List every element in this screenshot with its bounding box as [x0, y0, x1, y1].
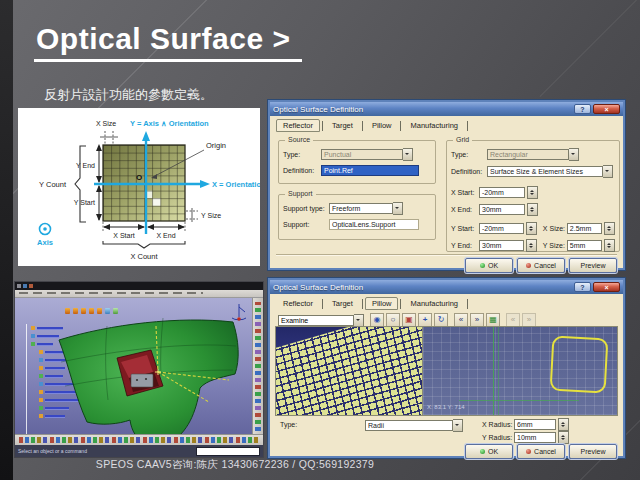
- x-radius-field[interactable]: 6mm: [514, 419, 556, 430]
- car-panel-model[interactable]: [47, 314, 253, 435]
- dropdown-arrow-icon[interactable]: [403, 148, 413, 161]
- grid-display-icon[interactable]: ▦: [486, 313, 500, 327]
- spinner-icon[interactable]: [604, 239, 615, 252]
- dialog-title: Optical Surface Definition: [273, 105, 574, 114]
- preview-label: Preview: [581, 448, 606, 455]
- source-legend: Source: [285, 136, 313, 143]
- help-icon[interactable]: ?: [574, 104, 591, 114]
- y-radius-label: Y Radius:: [482, 434, 514, 441]
- catia-titlebar[interactable]: [15, 282, 263, 290]
- view-toolbar: Examine ◉ ○ ▣ + ↻ « » ▦ « »: [278, 313, 623, 327]
- compass-icon[interactable]: ◉: [370, 313, 384, 327]
- dropdown-arrow-icon[interactable]: [453, 419, 463, 432]
- grid-definition-label: Definition:: [451, 168, 487, 175]
- tab-manufacturing[interactable]: Manufacturing: [403, 119, 465, 132]
- tab-manufacturing[interactable]: Manufacturing: [403, 297, 465, 310]
- dropdown-arrow-icon[interactable]: [569, 148, 579, 161]
- ok-label: OK: [488, 262, 498, 269]
- x-radius-label: X Radius:: [482, 421, 514, 428]
- grid-definition-select[interactable]: Surface Size & Element Sizes: [487, 166, 603, 177]
- source-definition-field[interactable]: Point.Ref: [321, 165, 419, 176]
- axis-icon: [40, 224, 51, 235]
- y-start-field[interactable]: -20mm: [479, 223, 524, 234]
- tab-reflector[interactable]: Reflector: [276, 297, 320, 310]
- y-radius-field[interactable]: 10mm: [514, 432, 556, 443]
- dropdown-arrow-icon[interactable]: [603, 165, 613, 178]
- x-start-field[interactable]: -20mm: [479, 187, 525, 198]
- y-size-field[interactable]: 5mm: [567, 240, 602, 251]
- tab-target[interactable]: Target: [325, 119, 360, 132]
- tree-item-icon: [39, 406, 43, 410]
- axis-line: [459, 400, 579, 401]
- label-origin: Origin: [206, 141, 226, 150]
- help-icon[interactable]: ?: [574, 282, 591, 292]
- x-end-field[interactable]: 30mm: [479, 204, 525, 215]
- spinner-icon[interactable]: [527, 186, 538, 199]
- y-start-arrow: [96, 185, 102, 221]
- view-mode-select[interactable]: Examine: [278, 315, 354, 326]
- close-icon[interactable]: ×: [593, 282, 620, 292]
- tree-item-icon: [39, 382, 43, 386]
- command-input[interactable]: [196, 447, 260, 456]
- spinner-icon[interactable]: [558, 431, 569, 444]
- catia-menubar[interactable]: [15, 290, 263, 298]
- source-type-select[interactable]: Punctual: [321, 149, 403, 160]
- tab-target[interactable]: Target: [325, 297, 360, 310]
- y-end-field[interactable]: 30mm: [479, 240, 524, 251]
- dropdown-arrow-icon[interactable]: [354, 314, 364, 327]
- preview-label: Preview: [581, 262, 606, 269]
- previous-view-icon[interactable]: «: [454, 313, 468, 327]
- preview-viewport[interactable]: X: 83.1 Y: 714: [275, 326, 618, 416]
- support-label: Support:: [283, 221, 329, 228]
- x-size-field[interactable]: 2.5mm: [567, 223, 602, 234]
- dropdown-arrow-icon[interactable]: [393, 202, 403, 215]
- preview-button[interactable]: Preview: [569, 258, 617, 273]
- fly-icon[interactable]: ▣: [402, 313, 416, 327]
- spinner-icon[interactable]: [558, 418, 569, 431]
- tree-item-icon: [39, 390, 43, 394]
- grid-view[interactable]: X: 83.1 Y: 714: [423, 327, 617, 415]
- support-type-select[interactable]: Freeform: [329, 203, 393, 214]
- rotate-icon[interactable]: ↻: [434, 313, 448, 327]
- tab-reflector[interactable]: Reflector: [276, 119, 320, 132]
- catia-3d-viewport[interactable]: [15, 298, 253, 435]
- close-icon[interactable]: ×: [593, 104, 620, 114]
- cancel-button[interactable]: Cancel: [517, 444, 565, 459]
- window-icon: [23, 284, 27, 288]
- y-end-arrow: [96, 144, 102, 183]
- x-count-bracket: [103, 241, 185, 248]
- label-y-start: Y Start: [74, 199, 95, 206]
- cancel-button[interactable]: Cancel: [517, 258, 565, 273]
- spinner-icon[interactable]: [526, 222, 537, 235]
- parameter-diagram-panel: Y = Axis ∧ Orientation X = Orientation X…: [18, 108, 260, 266]
- cancel-label: Cancel: [534, 448, 556, 455]
- ok-button[interactable]: OK: [465, 444, 513, 459]
- zoom-icon[interactable]: ○: [386, 313, 400, 327]
- tab-pillow[interactable]: Pillow: [365, 119, 399, 132]
- ok-button[interactable]: OK: [465, 258, 513, 273]
- dialog-titlebar[interactable]: Optical Surface Definition ? ×: [270, 102, 623, 116]
- grid-group: Grid Type: Rectangular Definition: Surfa…: [446, 140, 620, 252]
- dialog-titlebar[interactable]: Optical Surface Definition ? ×: [270, 280, 623, 294]
- last-view-icon[interactable]: »: [522, 313, 536, 327]
- spinner-icon[interactable]: [527, 203, 538, 216]
- pan-icon[interactable]: +: [418, 313, 432, 327]
- grid-type-select[interactable]: Rectangular: [487, 149, 569, 160]
- pillow-type-select[interactable]: Radii: [365, 420, 453, 431]
- mesh-view[interactable]: [276, 327, 423, 415]
- next-view-icon[interactable]: »: [470, 313, 484, 327]
- first-view-icon[interactable]: «: [506, 313, 520, 327]
- spinner-icon[interactable]: [526, 239, 537, 252]
- preview-button[interactable]: Preview: [569, 444, 617, 459]
- tab-pillow[interactable]: Pillow: [365, 297, 399, 310]
- tree-item-icon: [39, 398, 43, 402]
- spinner-icon[interactable]: [604, 222, 615, 235]
- right-toolbar[interactable]: [252, 298, 263, 435]
- compass-icon[interactable]: [229, 301, 249, 325]
- bottom-toolbar[interactable]: [15, 434, 263, 445]
- label-y-axis: Y = Axis ∧ Orientation: [130, 119, 209, 128]
- cancel-label: Cancel: [534, 262, 556, 269]
- grid-legend: Grid: [453, 136, 472, 143]
- support-field[interactable]: OpticalLens.Support: [329, 219, 419, 230]
- label-y-end: Y End: [76, 162, 95, 169]
